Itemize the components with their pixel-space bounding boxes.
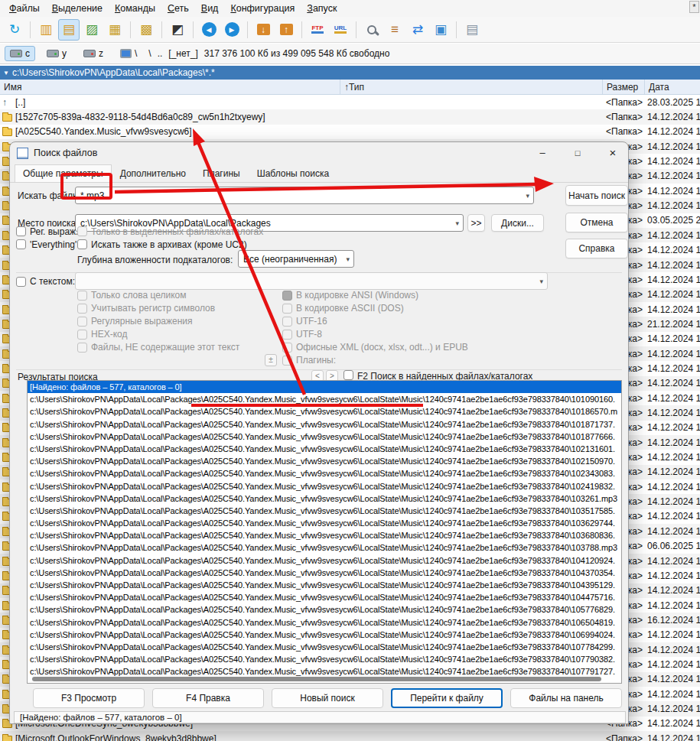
result-row[interactable]: c:\Users\ShirokovPN\AppData\Local\Packag…: [28, 431, 621, 443]
full-view-button[interactable]: ▤: [58, 19, 80, 41]
file-row[interactable]: ↑[..]<Папка>28.03.2025 16: [0, 95, 700, 109]
column-header-size[interactable]: Размер: [603, 80, 645, 94]
f2-search-in-results-checkbox[interactable]: [343, 370, 353, 380]
result-row[interactable]: c:\Users\ShirokovPN\AppData\Local\Packag…: [28, 579, 621, 591]
menu-item-3[interactable]: Команды: [109, 1, 161, 16]
with-text-checkbox[interactable]: [16, 277, 26, 287]
file-date: 14.12.2024 11:: [647, 731, 700, 741]
result-row[interactable]: c:\Users\ShirokovPN\AppData\Local\Packag…: [28, 567, 621, 579]
drives-button[interactable]: Диски...: [491, 214, 544, 232]
result-row[interactable]: c:\Users\ShirokovPN\AppData\Local\Packag…: [28, 418, 621, 431]
f3-view-button[interactable]: F3 Просмотр: [33, 688, 145, 708]
forward-button[interactable]: ▶: [221, 19, 243, 41]
tree-view-button[interactable]: ▦: [104, 19, 125, 41]
case-sensitive-label: Учитывать регистр символов: [91, 303, 215, 314]
tab-1[interactable]: Общие параметры: [15, 164, 112, 182]
result-row[interactable]: c:\Users\ShirokovPN\AppData\Local\Packag…: [28, 653, 621, 665]
result-row[interactable]: c:\Users\ShirokovPN\AppData\Local\Packag…: [28, 393, 621, 405]
result-row[interactable]: c:\Users\ShirokovPN\AppData\Local\Packag…: [28, 455, 621, 467]
files-to-panel-button[interactable]: Файлы на панель: [510, 688, 622, 708]
result-row[interactable]: c:\Users\ShirokovPN\AppData\Local\Packag…: [28, 517, 621, 529]
result-row[interactable]: c:\Users\ShirokovPN\AppData\Local\Packag…: [28, 443, 621, 455]
multi-rename-button[interactable]: ≡: [384, 19, 405, 41]
file-row[interactable]: [Microsoft.OutlookForWindows_8wekyb3d8bb…: [0, 731, 700, 741]
combo-arrow-icon[interactable]: ▾: [455, 219, 459, 227]
find-files-dialog: Поиск файлов – □ × Общие параметрыДополн…: [9, 141, 629, 724]
start-search-button[interactable]: Начать поиск: [565, 185, 628, 206]
menu-item-7[interactable]: Запуск: [301, 1, 343, 16]
tab-2[interactable]: Дополнительно: [112, 164, 194, 182]
menu-item-5[interactable]: Вид: [195, 1, 225, 16]
result-row[interactable]: c:\Users\ShirokovPN\AppData\Local\Packag…: [28, 541, 621, 554]
notepad-button[interactable]: ▤: [461, 19, 483, 41]
horizontal-scrollbar[interactable]: [32, 677, 601, 681]
f4-edit-button[interactable]: F4 Правка: [152, 688, 264, 708]
result-row[interactable]: c:\Users\ShirokovPN\AppData\Local\Packag…: [28, 529, 621, 541]
search-for-input[interactable]: *.mp3▾: [75, 187, 534, 204]
menu-item-4[interactable]: Сеть: [161, 1, 195, 16]
everything-checkbox[interactable]: [16, 239, 26, 249]
path-star-button[interactable]: *: [689, 1, 699, 13]
help-button[interactable]: Справка: [565, 239, 628, 258]
drive-button-z[interactable]: z: [78, 46, 109, 61]
result-row[interactable]: c:\Users\ShirokovPN\AppData\Local\Packag…: [28, 405, 621, 418]
cancel-button[interactable]: Отмена: [565, 213, 628, 232]
refresh-button[interactable]: ↻: [4, 19, 25, 41]
result-row[interactable]: c:\Users\ShirokovPN\AppData\Local\Packag…: [28, 480, 621, 492]
result-row[interactable]: c:\Users\ShirokovPN\AppData\Local\Packag…: [28, 603, 621, 616]
menu-item-1[interactable]: Файлы: [3, 1, 46, 16]
parent-dir-button[interactable]: ..: [158, 48, 163, 59]
pack-files-button[interactable]: ↓: [252, 19, 274, 41]
file-row[interactable]: [A025C540.Yandex.Music_vfvw9svesycw6]<Па…: [0, 125, 700, 139]
ftp-url-button[interactable]: URL: [330, 19, 351, 41]
append-dir-button[interactable]: >>: [467, 214, 485, 232]
regex-checkbox[interactable]: [16, 226, 26, 236]
drive-button-net[interactable]: \: [115, 46, 142, 61]
combo-arrow-icon[interactable]: ▾: [346, 255, 350, 263]
combo-arrow-icon[interactable]: ▾: [526, 192, 529, 200]
new-search-button[interactable]: Новый поиск: [272, 688, 383, 708]
drive-button-c[interactable]: c: [5, 46, 35, 61]
invert-selection-button[interactable]: ◩: [167, 19, 188, 41]
result-row[interactable]: c:\Users\ShirokovPN\AppData\Local\Packag…: [28, 505, 621, 517]
column-header-date[interactable]: Дата: [645, 80, 700, 94]
result-row[interactable]: c:\Users\ShirokovPN\AppData\Local\Packag…: [28, 492, 621, 505]
back-button[interactable]: ◀: [198, 19, 220, 41]
tab-4[interactable]: Шаблоны поиска: [249, 164, 337, 182]
file-row[interactable]: [1527c705-839a-4832-9118-54d4Bd6a0c89_cw…: [0, 109, 700, 124]
go-to-file-button[interactable]: Перейти к файлу: [391, 688, 503, 708]
drive-button-y[interactable]: y: [41, 46, 72, 61]
menu-item-2[interactable]: Выделение: [46, 1, 109, 16]
minimize-button[interactable]: –: [530, 145, 555, 161]
root-dir-button[interactable]: \: [148, 48, 151, 59]
result-summary-row[interactable]: [Найдено: файлов – 577, каталогов – 0]: [28, 381, 621, 393]
whole-words-label: Только слова целиком: [91, 290, 187, 301]
result-row[interactable]: c:\Users\ShirokovPN\AppData\Local\Packag…: [28, 554, 621, 567]
find-files-button[interactable]: [361, 19, 383, 41]
invert-selection-button-icon: ◩: [171, 23, 184, 36]
result-row[interactable]: c:\Users\ShirokovPN\AppData\Local\Packag…: [28, 629, 621, 641]
tab-3[interactable]: Плагины: [194, 164, 249, 182]
thumbnails-view-button[interactable]: ▨: [81, 19, 103, 41]
result-row[interactable]: c:\Users\ShirokovPN\AppData\Local\Packag…: [28, 467, 621, 479]
result-row[interactable]: c:\Users\ShirokovPN\AppData\Local\Packag…: [28, 591, 621, 603]
file-date: 14.12.2024 11:: [647, 509, 700, 524]
close-button[interactable]: ×: [601, 145, 625, 161]
sync-dirs-button[interactable]: ⇄: [407, 19, 428, 41]
maximize-button[interactable]: □: [565, 145, 590, 161]
result-row[interactable]: c:\Users\ShirokovPN\AppData\Local\Packag…: [28, 641, 621, 653]
expand-plugins-button[interactable]: ±: [265, 354, 277, 366]
column-header-name[interactable]: Имя: [0, 80, 340, 94]
column-header-type[interactable]: ↑Тип: [340, 80, 603, 94]
notepad-button-icon: ▤: [466, 23, 478, 36]
menu-item-6[interactable]: Конфигурация: [224, 1, 301, 16]
depth-combo[interactable]: Все (неограниченная)▾: [238, 250, 354, 268]
unpack-files-button[interactable]: ↑: [275, 19, 297, 41]
archives-checkbox[interactable]: [77, 239, 87, 249]
result-row[interactable]: c:\Users\ShirokovPN\AppData\Local\Packag…: [28, 616, 621, 629]
path-history-dropdown-icon[interactable]: ▼: [3, 70, 9, 76]
dir-tree-button[interactable]: ▩: [135, 19, 157, 41]
ftp-connect-button[interactable]: FTP: [307, 19, 328, 41]
brief-view-button[interactable]: ▥: [35, 19, 57, 41]
compare-contents-button[interactable]: ▣: [430, 19, 451, 41]
